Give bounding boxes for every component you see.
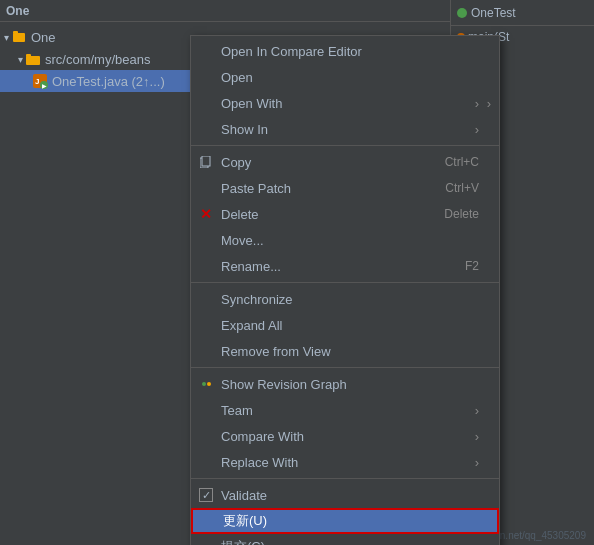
compare-with-label: Compare With: [221, 429, 304, 444]
menu-item-open-with[interactable]: Open With ›: [191, 90, 499, 116]
src-folder-label: src/com/my/beans: [45, 52, 150, 67]
commit-label: 提交(C)...: [221, 538, 276, 545]
show-in-label: Show In: [221, 122, 268, 137]
project-icon: [11, 29, 27, 45]
remove-from-view-label: Remove from View: [221, 344, 331, 359]
menu-item-delete[interactable]: ✕ Delete Delete: [191, 201, 499, 227]
copy-icon-area: [197, 156, 215, 168]
open-label: Open: [221, 70, 253, 85]
tab-dot-icon: [457, 8, 467, 18]
copy-label: Copy: [221, 155, 251, 170]
project-label: One: [31, 30, 56, 45]
menu-item-paste-patch[interactable]: Paste Patch Ctrl+V: [191, 175, 499, 201]
delete-shortcut: Delete: [444, 207, 479, 221]
menu-item-rename[interactable]: Rename... F2: [191, 253, 499, 279]
onetest-label: OneTest.java (2↑...): [52, 74, 165, 89]
paste-patch-label: Paste Patch: [221, 181, 291, 196]
java-file-icon: J ▶: [32, 73, 48, 89]
menu-item-compare-with[interactable]: Compare With ›: [191, 423, 499, 449]
folder-icon: [25, 51, 41, 67]
synchronize-label: Synchronize: [221, 292, 293, 307]
menu-item-revision-graph[interactable]: Show Revision Graph: [191, 371, 499, 397]
svg-text:▶: ▶: [42, 83, 47, 89]
revision-icon-area: [197, 382, 215, 386]
separator-4: [191, 478, 499, 479]
team-arrow-icon: ›: [475, 403, 479, 418]
menu-item-open-compare[interactable]: Open In Compare Editor: [191, 38, 499, 64]
menu-item-copy[interactable]: Copy Ctrl+C: [191, 149, 499, 175]
panel-title: One: [6, 4, 29, 18]
expand-all-label: Expand All: [221, 318, 282, 333]
context-menu: Open In Compare Editor Open Open With › …: [190, 35, 500, 545]
update-label: 更新(U): [223, 512, 267, 530]
validate-label: Validate: [221, 488, 267, 503]
expand-arrow: ▾: [4, 32, 9, 43]
svg-text:J: J: [35, 77, 39, 86]
revision-graph-icon: [202, 382, 211, 386]
copy-shortcut: Ctrl+C: [445, 155, 479, 169]
svg-rect-2: [26, 56, 40, 65]
replace-with-label: Replace With: [221, 455, 298, 470]
menu-item-validate[interactable]: ✓ Validate: [191, 482, 499, 508]
delete-icon-area: ✕: [197, 206, 215, 222]
panel-header: One: [0, 0, 450, 22]
svg-rect-0: [13, 33, 25, 42]
right-tab-label: OneTest: [471, 6, 516, 20]
open-compare-label: Open In Compare Editor: [221, 44, 362, 59]
svg-rect-1: [13, 31, 18, 34]
menu-item-update[interactable]: 更新(U): [191, 508, 499, 534]
replace-arrow-icon: ›: [475, 455, 479, 470]
delete-label: Delete: [221, 207, 259, 222]
svg-rect-9: [202, 156, 210, 166]
move-label: Move...: [221, 233, 264, 248]
menu-item-team[interactable]: Team ›: [191, 397, 499, 423]
validate-checkbox-icon: ✓: [199, 488, 213, 502]
paste-shortcut: Ctrl+V: [445, 181, 479, 195]
menu-item-show-in[interactable]: Show In ›: [191, 116, 499, 142]
compare-arrow-icon: ›: [475, 429, 479, 444]
open-with-label: Open With: [221, 96, 282, 111]
separator-1: [191, 145, 499, 146]
checkmark-icon: ✓: [202, 489, 211, 502]
menu-item-synchronize[interactable]: Synchronize: [191, 286, 499, 312]
show-in-arrow-icon: ›: [475, 122, 479, 137]
menu-item-move[interactable]: Move...: [191, 227, 499, 253]
expand-arrow-src: ▾: [18, 54, 23, 65]
rename-shortcut: F2: [465, 259, 479, 273]
copy-icon: [200, 156, 212, 168]
team-label: Team: [221, 403, 253, 418]
delete-x-icon: ✕: [200, 206, 212, 222]
show-revision-label: Show Revision Graph: [221, 377, 347, 392]
menu-item-replace-with[interactable]: Replace With ›: [191, 449, 499, 475]
validate-icon-area: ✓: [197, 488, 215, 502]
separator-2: [191, 282, 499, 283]
separator-3: [191, 367, 499, 368]
menu-item-open[interactable]: Open: [191, 64, 499, 90]
menu-item-commit[interactable]: 提交(C)...: [191, 534, 499, 545]
rename-label: Rename...: [221, 259, 281, 274]
svg-rect-3: [26, 54, 31, 57]
submenu-arrow-icon: ›: [475, 96, 479, 111]
menu-item-remove-from-view[interactable]: Remove from View: [191, 338, 499, 364]
menu-item-expand-all[interactable]: Expand All: [191, 312, 499, 338]
